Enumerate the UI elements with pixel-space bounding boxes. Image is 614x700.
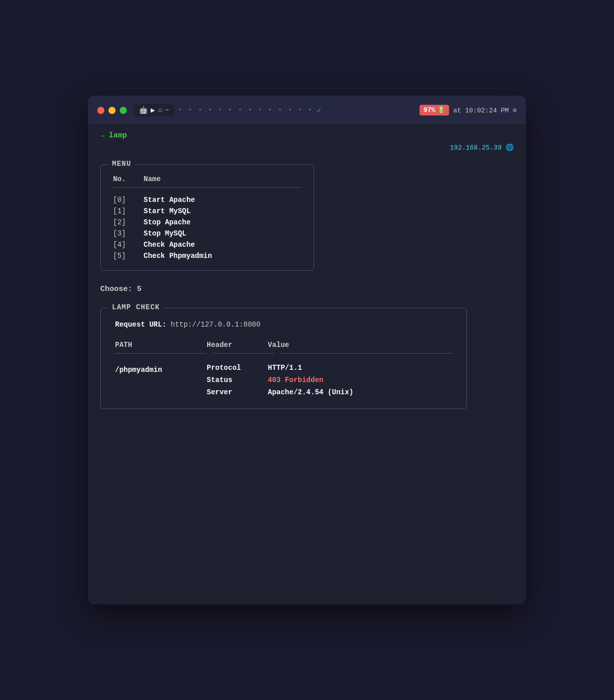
tab-dots: • • • • • • • • • • • • • • <box>178 106 313 114</box>
item-name-3: Stop MySQL <box>144 229 301 238</box>
td-values-column: HTTP/1.1 403 Forbidden Apache/2.4.54 (Un… <box>268 364 452 396</box>
tilde-label: ~ <box>165 106 169 114</box>
request-url-line: Request URL: http://127.0.0.1:8080 <box>115 320 452 329</box>
choose-line: Choose: 5 <box>100 285 514 294</box>
titlebar: 🤖 ▶ ⌂ ~ • • • • • • • • • • • • • • ✓ 97… <box>88 96 526 123</box>
item-num-5: [5] <box>113 252 144 260</box>
th-value: Value <box>268 341 452 349</box>
request-url-label: Request URL: <box>115 320 166 329</box>
traffic-lights <box>97 107 127 114</box>
menu-label: MENU <box>108 160 135 168</box>
item-num-3: [3] <box>113 229 144 238</box>
choose-number: 5 <box>137 285 142 294</box>
table-divider-path <box>115 353 207 354</box>
prompt-arrow-icon: → <box>100 132 104 140</box>
td-header-status: Status <box>207 376 268 384</box>
tab-arrow-icon: ▶ <box>151 106 155 114</box>
item-name-4: Check Apache <box>144 241 301 249</box>
home-icon: ⌂ <box>158 106 162 114</box>
menu-item-5[interactable]: [5] Check Phpmyadmin <box>113 252 301 260</box>
prompt-line: → lamp <box>100 131 514 140</box>
item-name-5: Check Phpmyadmin <box>144 252 301 260</box>
td-path-value: /phpmyadmin <box>115 364 207 374</box>
current-directory: lamp <box>108 131 127 140</box>
td-header-protocol: Protocol <box>207 364 268 372</box>
check-table: PATH Header Value /phpmyadmin Protocol S… <box>115 341 452 396</box>
menu-item-3[interactable]: [3] Stop MySQL <box>113 229 301 238</box>
menu-item-1[interactable]: [1] Start MySQL <box>113 207 301 215</box>
menu-header: No. Name <box>113 175 301 183</box>
table-divider-value <box>280 353 452 354</box>
choose-label: Choose: <box>100 285 132 294</box>
td-header-server: Server <box>207 388 268 396</box>
time-display: at 10:02:24 PM ⊙ <box>453 106 517 114</box>
table-row: /phpmyadmin Protocol Status Server HTTP/… <box>115 364 452 396</box>
terminal-body: → lamp 192.168.25.39 🌐 MENU No. Name [0]… <box>88 123 526 424</box>
item-name-0: Start Apache <box>144 196 301 204</box>
menu-items: [0] Start Apache [1] Start MySQL [2] Sto… <box>113 196 301 260</box>
td-value-server: Apache/2.4.54 (Unix) <box>268 388 452 396</box>
minimize-button[interactable] <box>108 107 116 114</box>
active-tab[interactable]: 🤖 ▶ ⌂ ~ <box>134 104 174 116</box>
item-name-1: Start MySQL <box>144 207 301 215</box>
td-value-status: 403 Forbidden <box>268 376 452 384</box>
maximize-button[interactable] <box>120 107 127 114</box>
item-num-4: [4] <box>113 241 144 249</box>
item-num-0: [0] <box>113 196 144 204</box>
menu-item-4[interactable]: [4] Check Apache <box>113 241 301 249</box>
th-header: Header <box>207 341 268 349</box>
table-header-row: PATH Header Value <box>115 341 452 349</box>
close-button[interactable] <box>97 107 104 114</box>
robot-icon: 🤖 <box>139 106 148 114</box>
item-name-2: Stop Apache <box>144 218 301 226</box>
lamp-check-box: LAMP CHECK Request URL: http://127.0.0.1… <box>100 308 467 409</box>
battery-icon: 🔋 <box>437 106 445 114</box>
lamp-check-label: LAMP CHECK <box>108 303 164 311</box>
th-path: PATH <box>115 341 207 349</box>
col-no-header: No. <box>113 175 144 183</box>
terminal-window: 🤖 ▶ ⌂ ~ • • • • • • • • • • • • • • ✓ 97… <box>88 96 526 604</box>
td-headers-column: Protocol Status Server <box>207 364 268 396</box>
menu-item-2[interactable]: [2] Stop Apache <box>113 218 301 226</box>
menu-box: MENU No. Name [0] Start Apache [1] Start… <box>100 164 314 271</box>
ip-address: 192.168.25.39 🌐 <box>450 144 514 152</box>
td-value-protocol: HTTP/1.1 <box>268 364 452 372</box>
table-divider-header <box>213 353 274 354</box>
item-num-1: [1] <box>113 207 144 215</box>
tab-bar: 🤖 ▶ ⌂ ~ • • • • • • • • • • • • • • ✓ <box>134 104 420 116</box>
check-icon: ✓ <box>317 106 321 114</box>
item-num-2: [2] <box>113 218 144 226</box>
col-name-header: Name <box>144 175 301 183</box>
battery-percent: 97% <box>424 106 435 114</box>
menu-item-0[interactable]: [0] Start Apache <box>113 196 301 204</box>
request-url-link: http://127.0.0.1:8080 <box>171 320 260 329</box>
battery-indicator: 97% 🔋 <box>420 105 449 115</box>
